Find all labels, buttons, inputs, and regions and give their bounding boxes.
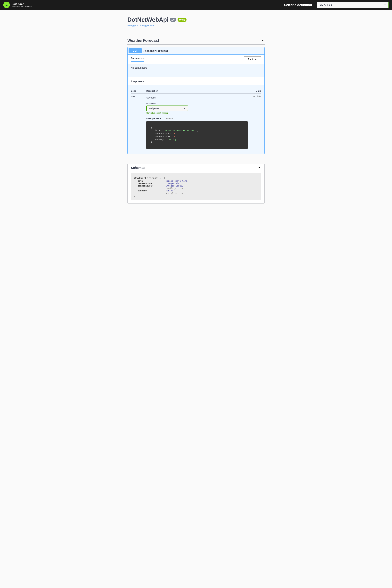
schema-prop-row: temperatureF integer($int32) <box>138 184 258 187</box>
definition-value: My API V1 <box>320 4 332 6</box>
definition-select[interactable]: My API V1 <box>317 2 389 8</box>
schema-name[interactable]: WeatherForecast <box>134 176 158 180</box>
media-type-value: text/plain <box>149 107 158 110</box>
response-description: Success <box>146 96 251 99</box>
chevron-down-icon <box>184 107 186 110</box>
col-links: Links <box>251 90 261 92</box>
schema-note: nullable: true <box>166 192 258 194</box>
example-code-block: [ { "date": "2020-11-10T05:18:49.226Z", … <box>146 121 248 149</box>
chevron-down-icon <box>384 4 386 6</box>
swagger-icon: {…} <box>3 2 10 8</box>
swagger-logo: {…} Swagger Supported by SMARTBEAR <box>3 2 32 8</box>
response-links: No links <box>251 95 261 149</box>
no-parameters-text: No parameters <box>128 64 264 77</box>
col-code: Code <box>131 90 146 92</box>
response-row: 200 Success Media type text/plain C <box>131 94 261 150</box>
responses-header: Responses <box>128 77 264 85</box>
media-hint: Controls Accept header. <box>146 112 251 114</box>
schemas-header[interactable]: Schemas <box>128 164 264 172</box>
schema-prop-row: temperatureC integer($int32) <box>138 182 258 184</box>
logo-subtitle: Supported by SMARTBEAR <box>12 6 32 7</box>
topbar: {…} Swagger Supported by SMARTBEAR Selec… <box>0 0 392 10</box>
schema-note: readOnly: true <box>166 187 258 190</box>
operation-summary[interactable]: GET /WeatherForecast <box>128 47 264 54</box>
tag-name: WeatherForecast <box>128 38 159 43</box>
oas-badge: OAS3 <box>178 18 186 22</box>
operation-block: GET /WeatherForecast Parameters Try it o… <box>128 47 264 154</box>
responses-table-head: Code Description Links <box>131 88 261 94</box>
logo-title: Swagger <box>12 2 32 6</box>
method-badge: GET <box>128 48 142 54</box>
response-code: 200 <box>131 95 146 149</box>
example-schema-tabs: Example Value | Schema <box>146 117 251 120</box>
tab-example-value[interactable]: Example Value <box>146 117 161 120</box>
tag-header[interactable]: WeatherForecast <box>128 38 264 44</box>
schema-model: WeatherForecast { date string($date-time… <box>131 173 261 200</box>
chevron-down-icon <box>261 39 264 42</box>
schema-prop-row: summary string <box>138 190 258 192</box>
try-it-out-button[interactable]: Try it out <box>244 56 261 62</box>
schema-prop-row: date string($date-time) <box>138 180 258 182</box>
spec-url-link[interactable]: /swagger/v1/swagger.json <box>128 24 264 27</box>
version-badge: 1.0 <box>170 18 176 22</box>
chevron-down-icon[interactable] <box>159 177 161 180</box>
chevron-down-icon <box>258 166 261 170</box>
tab-schema[interactable]: Schema <box>165 117 173 120</box>
api-title: DotNetWebApi <box>128 16 168 23</box>
media-type-select[interactable]: text/plain <box>146 106 188 111</box>
schemas-section: Schemas WeatherForecast { date string($d… <box>128 164 264 204</box>
operation-path: /WeatherForecast <box>143 49 168 52</box>
media-type-label: Media type <box>146 102 251 105</box>
select-definition-label: Select a definition <box>284 3 312 7</box>
col-description: Description <box>146 90 251 92</box>
parameters-title: Parameters <box>131 57 144 62</box>
parameters-header: Parameters Try it out <box>128 54 264 64</box>
api-title-row: DotNetWebApi 1.0 OAS3 <box>128 16 264 23</box>
